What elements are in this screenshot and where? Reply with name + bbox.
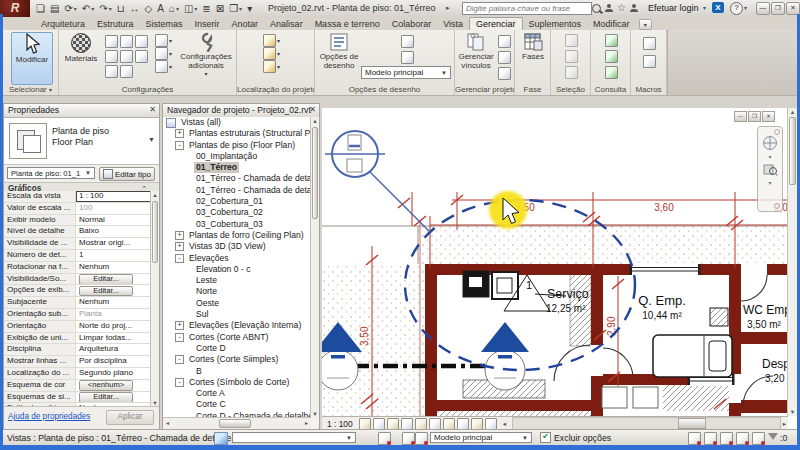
tab-suplementos[interactable]: Suplementos [523, 18, 588, 30]
close-icon[interactable]: ✕ [309, 104, 316, 116]
ids-of-selection-icon[interactable] [605, 34, 618, 47]
tab-vista[interactable]: Vista [437, 18, 469, 30]
coordinates-icon[interactable] [263, 47, 276, 60]
sun-path-icon[interactable] [387, 418, 399, 430]
design-options-status-icon[interactable] [720, 432, 733, 445]
text-icon[interactable]: A [155, 2, 166, 15]
browser-item-02-cobertura-01[interactable]: 02_Cobertura_01 [163, 196, 311, 207]
drawing-area[interactable]: 3,50 3,60 2,0 3,50 2,90 [322, 108, 797, 430]
collapse-icon[interactable]: - [175, 254, 184, 263]
sign-in-dropdown-icon[interactable]: ▾ [703, 4, 706, 11]
position-icon[interactable] [263, 60, 276, 73]
browser-item-01-terreo-chamada-de-detalhe-2[interactable]: 01_Térreo - Chamada de detalhe 2 [163, 185, 311, 196]
property-value[interactable]: Mostrar origi... [76, 238, 151, 249]
materiais-button[interactable]: Materiais [63, 32, 99, 64]
property-value[interactable]: <nenhum> [76, 380, 151, 391]
view-scale-button[interactable]: 1 : 100 [327, 419, 353, 429]
browser-item-leste[interactable]: Leste [163, 275, 311, 286]
browser-item-plantas-de-piso-floor-plan[interactable]: -Plantas de piso (Floor Plan) [163, 140, 311, 151]
reveal-constraints-icon[interactable] [485, 418, 497, 430]
editable-only-icon[interactable] [378, 432, 391, 445]
thin-lines-icon[interactable]: ≣ [200, 2, 212, 15]
save-icon[interactable]: ▤ [48, 2, 61, 15]
collapse-icon[interactable]: - [175, 141, 184, 150]
restore-button[interactable]: ❐ [771, 2, 785, 15]
communication-center-icon[interactable] [605, 4, 613, 12]
browser-item-cortes-corte-abnt[interactable]: -Cortes (Corte ABNT) [163, 332, 311, 343]
add-to-set-icon[interactable] [401, 35, 414, 48]
browser-item-b[interactable]: B [163, 366, 311, 377]
save-selection-icon[interactable] [565, 34, 578, 47]
purge-unused-icon[interactable] [120, 65, 133, 78]
starting-view-icon[interactable] [498, 67, 511, 80]
edit-type-button[interactable]: Editar tipo [99, 167, 155, 181]
panel-label-configuracoes[interactable]: Configurações [59, 84, 236, 95]
browser-item-sul[interactable]: Sul [163, 309, 311, 320]
view-close-button[interactable]: ✕ [762, 111, 775, 122]
crop-view-icon[interactable] [401, 418, 413, 430]
zoom-icon[interactable] [763, 162, 778, 177]
sign-in-icon[interactable] [630, 4, 638, 12]
property-value[interactable]: Editar... [76, 392, 151, 403]
browser-horizontal-scrollbar[interactable]: ◂ ▸ [163, 417, 311, 429]
show-crop-region-icon[interactable] [415, 418, 427, 430]
help-dropdown-icon[interactable]: ▾ [744, 4, 747, 11]
structural-settings-icon[interactable] [155, 34, 168, 47]
tag-by-category-icon[interactable]: ◇ [142, 2, 154, 15]
gerenciar-vinculos-button[interactable]: Gerenciar vínculos [457, 32, 495, 70]
view-restore-button[interactable]: ❐ [748, 111, 761, 122]
exchange-apps-icon[interactable]: X [712, 2, 724, 13]
redo-icon[interactable]: ↷▾ [97, 2, 113, 15]
favorites-icon[interactable]: ☆ [617, 3, 626, 13]
property-value-button[interactable]: Editar... [79, 274, 133, 284]
tab-inserir[interactable]: Inserir [189, 18, 226, 30]
location-icon[interactable] [263, 34, 276, 47]
tab-colaborar[interactable]: Colaborar [386, 18, 438, 30]
panel-label-selecionar[interactable]: Selecionar ▾ [3, 84, 58, 95]
global-parameters-icon[interactable] [135, 50, 148, 63]
canvas-vertical-scrollbar[interactable]: ▲ ▼ [787, 108, 797, 416]
panel-label-gerenciar-projeto[interactable]: Gerenciar projeto [455, 84, 514, 95]
customize-qat-icon[interactable]: ▾ [245, 2, 254, 15]
property-row-localizacao-do[interactable]: Localização do ...Segundo plano [4, 368, 151, 380]
select-by-id-icon[interactable] [605, 50, 618, 63]
browser-item-00-implantacao[interactable]: 00_Implantação [163, 151, 311, 162]
properties-help-link[interactable]: Ajuda de propriedades [8, 412, 90, 421]
visual-style-icon[interactable] [359, 418, 371, 430]
property-row-nivel-de-detalhe[interactable]: Nível de detalheBaixo [4, 226, 151, 238]
property-value[interactable]: 100 [76, 203, 151, 214]
browser-item-corte-d[interactable]: Corte D [163, 343, 311, 354]
macro-security-icon[interactable] [643, 55, 656, 68]
type-selector[interactable]: Planta de piso Floor Plan ▼ [4, 118, 159, 165]
property-row-visibilidade-de[interactable]: Visibilidade de ...Mostrar origi... [4, 238, 151, 250]
switch-windows-icon[interactable]: ❐▾ [227, 2, 244, 15]
help-icon[interactable]: ? [730, 2, 743, 15]
apply-button[interactable]: Aplicar [106, 410, 154, 425]
property-value[interactable]: Editar... [76, 274, 151, 285]
browser-item-elevacoes-elevacao-interna[interactable]: +Elevações (Elevação Interna) [163, 320, 311, 331]
property-row-orientacao-sub[interactable]: Orientação sub...Planta [4, 309, 151, 321]
decal-types-icon[interactable] [498, 51, 511, 64]
property-row-opcoes-de-exib[interactable]: Opções de exib...Editar... [4, 285, 151, 297]
browser-item-vistas-3d-3d-view[interactable]: +Vistas 3D (3D View) [163, 241, 311, 252]
view-minimize-button[interactable]: — [734, 111, 747, 122]
worksets-icon[interactable] [214, 432, 228, 445]
minimize-button[interactable]: — [756, 2, 770, 15]
sign-in-button[interactable]: Efetuar login [648, 3, 699, 13]
browser-item-corte-a[interactable]: Corte A [163, 388, 311, 399]
chevron-down-icon[interactable]: ▼ [148, 136, 155, 143]
section-marker[interactable] [481, 322, 529, 390]
edit-selection-icon[interactable] [565, 66, 578, 79]
property-value[interactable]: Arquitetura [76, 344, 151, 355]
property-row-orientacao[interactable]: OrientaçãoNorte do proj... [4, 321, 151, 333]
property-row-esquema-de-cor[interactable]: Esquema de cor<nenhum> [4, 380, 151, 392]
ribbon-display-toggle-icon[interactable]: ▾ [639, 19, 652, 30]
panel-schedule-templates-icon[interactable] [155, 60, 168, 73]
property-value[interactable]: Norte do proj... [76, 321, 151, 332]
navigation-bar[interactable]: ▾ ▾ [757, 126, 783, 212]
collapse-icon[interactable]: - [175, 378, 184, 387]
project-information-icon[interactable] [135, 35, 148, 48]
close-icon[interactable]: ✕ [149, 104, 156, 116]
property-row-rotacionar-na-f[interactable]: Rotacionar na f...Nenhum [4, 262, 151, 274]
collapse-icon[interactable]: - [175, 333, 184, 342]
